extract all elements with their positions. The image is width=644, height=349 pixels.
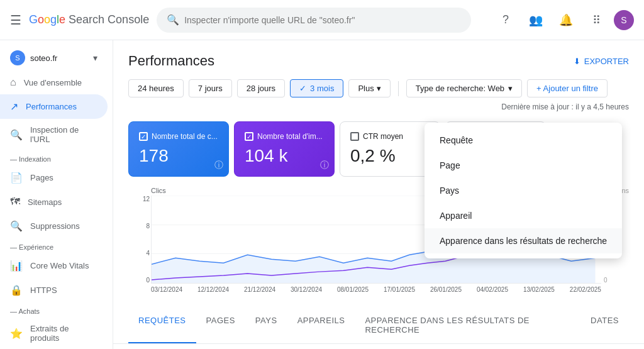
dropdown-item-apparence[interactable]: Apparence dans les résultats de recherch… <box>425 228 622 253</box>
search-type-label: Type de recherche: Web <box>416 84 504 93</box>
users-icon[interactable]: 👥 <box>523 8 548 33</box>
sidebar-label-extraits: Extraits de produits <box>30 324 97 343</box>
logo: Google Search Console <box>29 13 149 26</box>
metric-label-clicks: Nombre total de c... <box>152 132 218 141</box>
sidebar-item-performances[interactable]: ↗ Performances <box>0 94 108 119</box>
metric-value-clicks: 178 <box>139 146 218 166</box>
sidebar-item-overview[interactable]: ⌂ Vue d'ensemble <box>0 70 108 94</box>
metric-header-ctr: CTR moyen <box>350 132 430 141</box>
y-right-3: 0 <box>604 277 629 284</box>
x-label-4: 08/01/2025 <box>337 286 369 293</box>
search-type-dropdown-icon: ▾ <box>508 84 513 93</box>
search-icon: 🔍 <box>167 14 179 26</box>
tab-dates[interactable]: DATES <box>580 308 629 343</box>
performances-icon: ↗ <box>10 101 18 113</box>
inspect-icon: 🔍 <box>10 129 23 141</box>
sidebar-item-https[interactable]: 🔒 HTTPS <box>0 278 108 302</box>
sidebar-label-url-inspection: Inspection de l'URL <box>30 125 97 144</box>
chart-left-label: Clics <box>151 187 166 194</box>
avatar[interactable]: S <box>614 10 634 30</box>
metric-checkbox-impressions[interactable] <box>245 132 253 141</box>
bell-icon[interactable]: 🔔 <box>553 8 579 33</box>
sidebar-item-url-inspection[interactable]: 🔍 Inspection de l'URL <box>0 119 108 150</box>
dropdown-item-page[interactable]: Page <box>425 153 622 178</box>
filter-28j[interactable]: 28 jours <box>237 79 285 97</box>
filter-bar: 24 heures 7 jours 28 jours ✓ 3 mois Plus… <box>113 79 644 121</box>
metric-card-clicks[interactable]: Nombre total de c... 178 ⓘ <box>128 121 229 177</box>
table-header: Requêtes les plus fréquent... ↓ ↓ Clics … <box>113 344 644 349</box>
x-label-0: 03/12/2024 <box>151 286 182 293</box>
add-filter-button[interactable]: + Ajouter un filtre <box>527 79 608 97</box>
filter-3m[interactable]: ✓ 3 mois <box>290 79 343 97</box>
tab-pays[interactable]: PAYS <box>245 308 287 343</box>
sidebar-item-extraits[interactable]: ⭐ Extraits de produits <box>0 318 108 349</box>
sidebar: S soteo.fr ▾ ⌂ Vue d'ensemble ↗ Performa… <box>0 40 113 349</box>
logo-text: Google Search Console <box>29 13 149 26</box>
metric-value-impressions: 104 k <box>245 146 324 166</box>
section-experience-label: — Expérience <box>10 243 53 251</box>
section-achats[interactable]: — Achats <box>0 302 113 318</box>
search-type-button[interactable]: Type de recherche: Web ▾ <box>406 79 522 97</box>
y-left-2: 4 <box>128 250 150 257</box>
suppressions-icon: 🔍 <box>10 220 23 232</box>
x-label-1: 12/12/2024 <box>197 286 229 293</box>
tab-appareils[interactable]: APPAREILS <box>287 308 355 343</box>
sidebar-item-pages[interactable]: 📄 Pages <box>0 165 108 190</box>
sidebar-label-overview: Vue d'ensemble <box>24 78 82 87</box>
help-icon[interactable]: ? <box>493 8 518 33</box>
metric-checkbox-clicks[interactable] <box>139 132 148 141</box>
filter-plus[interactable]: Plus ▾ <box>348 79 390 97</box>
site-dropdown-icon: ▾ <box>93 53 97 63</box>
metric-header-clicks: Nombre total de c... <box>139 132 218 141</box>
search-input[interactable] <box>184 15 461 25</box>
apps-icon[interactable]: ⠿ <box>584 8 609 33</box>
last-update: Dernière mise à jour : il y a 4,5 heures <box>501 102 629 111</box>
topbar: ☰ Google Search Console 🔍 ? 👥 🔔 ⠿ S <box>0 0 644 40</box>
metric-info-clicks[interactable]: ⓘ <box>214 160 223 171</box>
site-selector[interactable]: S soteo.fr ▾ <box>0 45 108 70</box>
y-left-3: 0 <box>128 277 150 284</box>
site-icon: S <box>10 50 25 65</box>
sidebar-label-suppressions: Suppressions <box>30 221 80 231</box>
dropdown-item-appareil[interactable]: Appareil <box>425 203 622 228</box>
sidebar-label-performances: Performances <box>26 102 77 111</box>
y-left-1: 8 <box>128 223 150 230</box>
section-indexation[interactable]: — Indexation <box>0 150 113 165</box>
y-left-0: 12 <box>128 196 150 202</box>
x-label-3: 30/12/2024 <box>291 286 322 293</box>
https-icon: 🔒 <box>10 284 23 296</box>
dropdown-item-requete[interactable]: Requête <box>425 128 622 153</box>
tab-requetes[interactable]: REQUÊTES <box>128 308 196 343</box>
tab-pages[interactable]: PAGES <box>196 308 245 343</box>
x-label-5: 17/01/2025 <box>384 286 415 293</box>
metric-label-ctr: CTR moyen <box>363 132 403 141</box>
metric-info-impressions[interactable]: ⓘ <box>320 160 329 171</box>
filter-24h[interactable]: 24 heures <box>128 79 184 97</box>
check-icon: ✓ <box>299 84 306 93</box>
dropdown-item-pays[interactable]: Pays <box>425 178 622 203</box>
sidebar-item-sitemaps[interactable]: 🗺 Sitemaps <box>0 190 108 214</box>
search-bar[interactable]: 🔍 <box>157 8 471 33</box>
x-label-8: 13/02/2025 <box>523 286 555 293</box>
dropdown-icon: ▾ <box>377 84 381 93</box>
filter-dropdown: Requête Page Pays Appareil Apparence dan… <box>425 123 622 258</box>
tab-apparence[interactable]: APPARENCE DANS LES RÉSULTATS DE RECHERCH… <box>355 308 580 343</box>
sidebar-label-sitemaps: Sitemaps <box>28 197 62 207</box>
extraits-icon: ⭐ <box>10 328 23 340</box>
export-button[interactable]: ⬇ EXPORTER <box>574 57 629 66</box>
sidebar-item-suppressions[interactable]: 🔍 Suppressions <box>0 214 108 238</box>
sidebar-item-core-web-vitals[interactable]: 📊 Core Web Vitals <box>0 253 108 278</box>
hamburger-menu[interactable]: ☰ <box>10 13 21 28</box>
x-label-7: 04/02/2025 <box>477 286 508 293</box>
metric-checkbox-ctr[interactable] <box>350 132 359 141</box>
sitemaps-icon: 🗺 <box>10 196 20 208</box>
add-filter-label: + Ajouter un filtre <box>536 84 598 93</box>
export-label: EXPORTER <box>584 57 629 66</box>
section-experience[interactable]: — Expérience <box>0 238 113 253</box>
x-label-2: 21/12/2024 <box>244 286 275 293</box>
metric-card-impressions[interactable]: Nombre total d'im... 104 k ⓘ <box>234 121 335 177</box>
site-name: soteo.fr <box>30 53 88 63</box>
filter-7j[interactable]: 7 jours <box>189 79 232 97</box>
section-indexation-label: — Indexation <box>10 155 51 163</box>
metric-header-impressions: Nombre total d'im... <box>245 132 324 141</box>
